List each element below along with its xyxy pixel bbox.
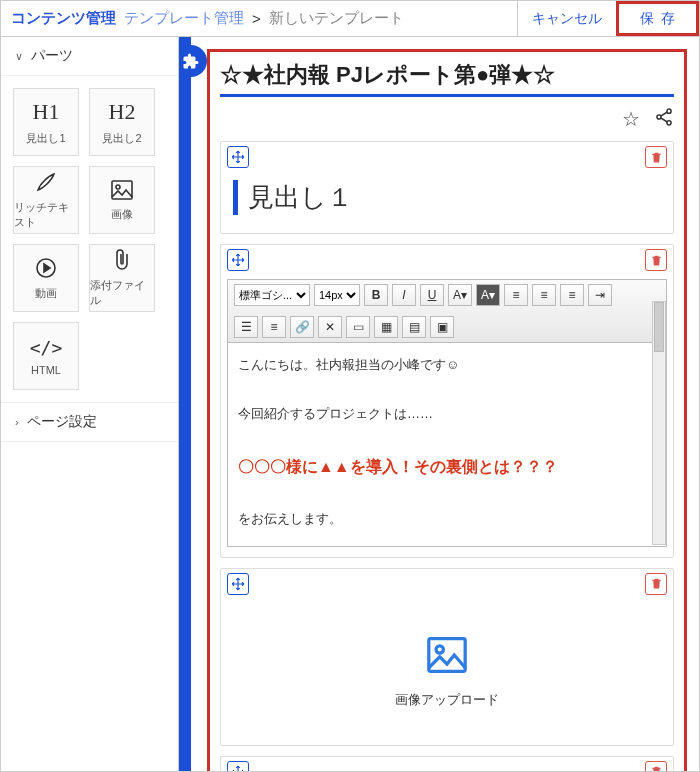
italic-button[interactable]: I	[392, 284, 416, 306]
part-image[interactable]: 画像	[89, 166, 155, 234]
rt-line: をお伝えします。	[238, 507, 656, 532]
breadcrumb-templates[interactable]: テンプレート管理	[124, 9, 244, 28]
parts-palette: H1 見出し1 H2 見出し2 リッチテキスト 画像	[1, 76, 178, 402]
breadcrumb: コンテンツ管理 テンプレート管理 > 新しいテンプレート	[11, 9, 517, 28]
align-right-button[interactable]: ≡	[560, 284, 584, 306]
part-attachment[interactable]: 添付ファイル	[89, 244, 155, 312]
link-button[interactable]: 🔗	[290, 316, 314, 338]
indent-button[interactable]: ⇥	[588, 284, 612, 306]
richtext-toolbar: 標準ゴシ... 14px B I U A▾ A▾ ≡ ≡ ≡ ⇥	[227, 279, 667, 343]
rt-line-emphasis: 〇〇〇様に▲▲を導入！その裏側とは？？？	[238, 452, 656, 482]
delete-button[interactable]	[645, 573, 667, 595]
scrollbar[interactable]	[652, 301, 666, 545]
move-handle[interactable]	[227, 146, 249, 168]
chevron-right-icon: ›	[15, 416, 19, 428]
meta-row: ☆	[220, 107, 674, 131]
rt-line: 今回紹介するプロジェクトは……	[238, 402, 656, 427]
chevron-down-icon: ∨	[15, 50, 23, 63]
part-label: 見出し1	[26, 131, 65, 146]
rt-line: こんにちは。社内報担当の小峰です☺	[238, 353, 656, 378]
table-button[interactable]: ▦	[374, 316, 398, 338]
align-left-button[interactable]: ≡	[504, 284, 528, 306]
play-icon	[34, 256, 58, 280]
top-bar: コンテンツ管理 テンプレート管理 > 新しいテンプレート キャンセル 保存	[1, 1, 699, 37]
editor-stage: ☆★社内報 PJレポート第●弾★☆ ☆	[179, 37, 699, 771]
image-button[interactable]: ▭	[346, 316, 370, 338]
brush-icon	[34, 170, 58, 194]
scrollbar-thumb[interactable]	[654, 302, 664, 352]
share-icon[interactable]	[654, 107, 674, 131]
font-color-button[interactable]: A▾	[448, 284, 472, 306]
font-family-select[interactable]: 標準ゴシ...	[234, 284, 310, 306]
block-heading[interactable]: 見出し１	[220, 141, 674, 234]
accordion-page-label: ページ設定	[27, 413, 97, 431]
stage-rail	[179, 37, 191, 771]
breadcrumb-sep: >	[252, 10, 261, 27]
list-ul-button[interactable]: ☰	[234, 316, 258, 338]
h1-icon: H1	[33, 99, 60, 125]
breadcrumb-current: 新しいテンプレート	[269, 9, 404, 28]
accordion-parts-label: パーツ	[31, 47, 73, 65]
image-icon	[110, 179, 134, 201]
template-title[interactable]: ☆★社内報 PJレポート第●弾★☆	[220, 60, 555, 90]
part-label: 動画	[35, 286, 57, 301]
save-button[interactable]: 保存	[616, 1, 699, 36]
breadcrumb-root[interactable]: コンテンツ管理	[11, 9, 116, 28]
delete-button[interactable]	[645, 249, 667, 271]
part-richtext[interactable]: リッチテキスト	[13, 166, 79, 234]
richtext-area[interactable]: こんにちは。社内報担当の小峰です☺ 今回紹介するプロジェクトは…… 〇〇〇様に▲…	[227, 343, 667, 547]
part-label: HTML	[31, 364, 61, 376]
accordion-parts[interactable]: ∨ パーツ	[1, 37, 178, 76]
svg-point-7	[436, 645, 443, 652]
top-actions: キャンセル 保存	[517, 1, 699, 36]
star-icon[interactable]: ☆	[622, 107, 640, 131]
bold-button[interactable]: B	[364, 284, 388, 306]
svg-rect-0	[112, 181, 132, 199]
block-attachment[interactable]	[220, 756, 674, 771]
delete-button[interactable]	[645, 761, 667, 771]
grid-button[interactable]: ▤	[402, 316, 426, 338]
part-label: 見出し2	[102, 131, 141, 146]
h2-icon: H2	[109, 99, 136, 125]
part-label: 添付ファイル	[90, 278, 154, 308]
source-button[interactable]: ▣	[430, 316, 454, 338]
unlink-button[interactable]: ✕	[318, 316, 342, 338]
accordion-page-settings[interactable]: › ページ設定	[1, 402, 178, 442]
template-title-row: ☆★社内報 PJレポート第●弾★☆	[220, 60, 674, 97]
part-video[interactable]: 動画	[13, 244, 79, 312]
template-canvas: ☆★社内報 PJレポート第●弾★☆ ☆	[207, 49, 687, 771]
font-size-select[interactable]: 14px	[314, 284, 360, 306]
move-handle[interactable]	[227, 573, 249, 595]
sidebar: ∨ パーツ H1 見出し1 H2 見出し2 リッチテキスト	[1, 37, 179, 771]
align-center-button[interactable]: ≡	[532, 284, 556, 306]
bg-color-button[interactable]: A▾	[476, 284, 500, 306]
block-richtext[interactable]: 標準ゴシ... 14px B I U A▾ A▾ ≡ ≡ ≡ ⇥	[220, 244, 674, 558]
list-ol-button[interactable]: ≡	[262, 316, 286, 338]
part-label: 画像	[111, 207, 133, 222]
clip-icon	[111, 248, 133, 272]
move-handle[interactable]	[227, 761, 249, 771]
part-label: リッチテキスト	[14, 200, 78, 230]
part-h1[interactable]: H1 見出し1	[13, 88, 79, 156]
part-html[interactable]: </> HTML	[13, 322, 79, 390]
puzzle-badge[interactable]	[179, 45, 207, 77]
cancel-button[interactable]: キャンセル	[517, 1, 616, 36]
block-image[interactable]: 画像アップロード	[220, 568, 674, 746]
image-upload-label: 画像アップロード	[231, 691, 663, 709]
svg-point-1	[116, 185, 120, 189]
part-h2[interactable]: H2 見出し2	[89, 88, 155, 156]
svg-rect-6	[429, 638, 465, 671]
image-upload-icon[interactable]	[231, 635, 663, 675]
heading-text[interactable]: 見出し１	[233, 180, 661, 215]
underline-button[interactable]: U	[420, 284, 444, 306]
delete-button[interactable]	[645, 146, 667, 168]
move-handle[interactable]	[227, 249, 249, 271]
code-icon: </>	[30, 337, 63, 358]
